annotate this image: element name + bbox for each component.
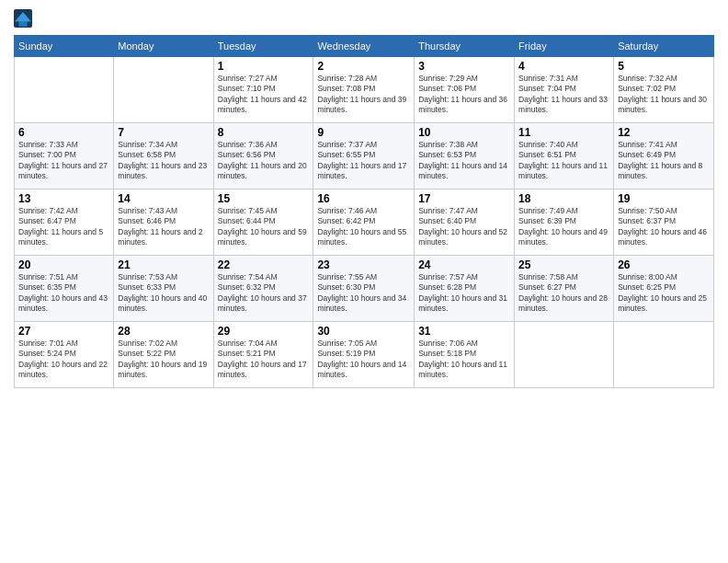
calendar-cell: 10Sunrise: 7:38 AM Sunset: 6:53 PM Dayli… — [415, 123, 515, 190]
cell-info: Sunrise: 7:33 AM Sunset: 7:00 PM Dayligh… — [18, 140, 109, 182]
calendar-cell: 9Sunrise: 7:37 AM Sunset: 6:55 PM Daylig… — [313, 123, 415, 190]
cell-info: Sunrise: 7:27 AM Sunset: 7:10 PM Dayligh… — [218, 74, 310, 116]
calendar-cell — [114, 57, 213, 123]
calendar-cell: 13Sunrise: 7:42 AM Sunset: 6:47 PM Dayli… — [15, 190, 114, 256]
day-number: 20 — [18, 259, 109, 271]
logo-icon — [14, 9, 32, 28]
calendar-cell: 26Sunrise: 8:00 AM Sunset: 6:25 PM Dayli… — [614, 256, 714, 322]
cell-info: Sunrise: 7:51 AM Sunset: 6:35 PM Dayligh… — [18, 272, 109, 315]
calendar-cell — [15, 57, 114, 123]
day-number: 18 — [518, 192, 609, 205]
day-number: 25 — [518, 259, 609, 271]
day-number: 6 — [18, 126, 109, 139]
cell-info: Sunrise: 7:04 AM Sunset: 5:21 PM Dayligh… — [218, 339, 310, 381]
day-number: 17 — [418, 192, 510, 205]
day-number: 4 — [518, 60, 609, 73]
calendar-table: SundayMondayTuesdayWednesdayThursdayFrid… — [14, 35, 714, 388]
day-number: 31 — [418, 325, 510, 338]
calendar-week-row: 6Sunrise: 7:33 AM Sunset: 7:00 PM Daylig… — [15, 123, 714, 190]
header-day: Thursday — [415, 36, 515, 57]
calendar-cell: 24Sunrise: 7:57 AM Sunset: 6:28 PM Dayli… — [415, 256, 515, 322]
header-day: Sunday — [15, 36, 114, 57]
calendar-cell: 19Sunrise: 7:50 AM Sunset: 6:37 PM Dayli… — [614, 190, 714, 256]
day-number: 28 — [118, 325, 209, 338]
day-number: 3 — [418, 60, 510, 73]
calendar-cell: 25Sunrise: 7:58 AM Sunset: 6:27 PM Dayli… — [515, 256, 614, 322]
calendar-cell: 20Sunrise: 7:51 AM Sunset: 6:35 PM Dayli… — [15, 256, 114, 322]
header-row: SundayMondayTuesdayWednesdayThursdayFrid… — [15, 36, 714, 57]
calendar-week-row: 13Sunrise: 7:42 AM Sunset: 6:47 PM Dayli… — [15, 190, 714, 256]
cell-info: Sunrise: 7:02 AM Sunset: 5:22 PM Dayligh… — [118, 339, 209, 381]
calendar-cell: 14Sunrise: 7:43 AM Sunset: 6:46 PM Dayli… — [114, 190, 213, 256]
calendar-cell: 18Sunrise: 7:49 AM Sunset: 6:39 PM Dayli… — [515, 190, 614, 256]
cell-info: Sunrise: 7:34 AM Sunset: 6:58 PM Dayligh… — [118, 140, 209, 182]
calendar-cell: 7Sunrise: 7:34 AM Sunset: 6:58 PM Daylig… — [114, 123, 213, 190]
page-container: SundayMondayTuesdayWednesdayThursdayFrid… — [0, 0, 728, 397]
day-number: 12 — [618, 126, 710, 139]
logo — [14, 9, 34, 28]
calendar-cell: 5Sunrise: 7:32 AM Sunset: 7:02 PM Daylig… — [614, 57, 714, 123]
calendar-cell: 2Sunrise: 7:28 AM Sunset: 7:08 PM Daylig… — [313, 57, 415, 123]
header-day: Monday — [114, 36, 213, 57]
day-number: 7 — [118, 126, 209, 139]
cell-info: Sunrise: 7:42 AM Sunset: 6:47 PM Dayligh… — [18, 206, 109, 248]
cell-info: Sunrise: 7:40 AM Sunset: 6:51 PM Dayligh… — [518, 140, 609, 182]
calendar-cell: 3Sunrise: 7:29 AM Sunset: 7:06 PM Daylig… — [415, 57, 515, 123]
day-number: 24 — [418, 259, 510, 271]
cell-info: Sunrise: 7:49 AM Sunset: 6:39 PM Dayligh… — [518, 206, 609, 248]
calendar-cell: 27Sunrise: 7:01 AM Sunset: 5:24 PM Dayli… — [15, 322, 114, 388]
day-number: 11 — [518, 126, 609, 139]
cell-info: Sunrise: 7:37 AM Sunset: 6:55 PM Dayligh… — [317, 140, 410, 182]
day-number: 27 — [18, 325, 109, 338]
calendar-week-row: 1Sunrise: 7:27 AM Sunset: 7:10 PM Daylig… — [15, 57, 714, 123]
calendar-cell: 29Sunrise: 7:04 AM Sunset: 5:21 PM Dayli… — [213, 322, 313, 388]
cell-info: Sunrise: 7:46 AM Sunset: 6:42 PM Dayligh… — [317, 206, 410, 248]
cell-info: Sunrise: 7:53 AM Sunset: 6:33 PM Dayligh… — [118, 272, 209, 315]
cell-info: Sunrise: 7:45 AM Sunset: 6:44 PM Dayligh… — [218, 206, 310, 248]
day-number: 10 — [418, 126, 510, 139]
calendar-cell: 30Sunrise: 7:05 AM Sunset: 5:19 PM Dayli… — [313, 322, 415, 388]
cell-info: Sunrise: 7:54 AM Sunset: 6:32 PM Dayligh… — [218, 272, 310, 315]
day-number: 16 — [317, 192, 410, 205]
header-day: Tuesday — [213, 36, 313, 57]
day-number: 13 — [18, 192, 109, 205]
header — [14, 9, 714, 28]
header-day: Friday — [515, 36, 614, 57]
cell-info: Sunrise: 7:01 AM Sunset: 5:24 PM Dayligh… — [18, 339, 109, 381]
calendar-cell: 15Sunrise: 7:45 AM Sunset: 6:44 PM Dayli… — [213, 190, 313, 256]
calendar-cell: 22Sunrise: 7:54 AM Sunset: 6:32 PM Dayli… — [213, 256, 313, 322]
day-number: 29 — [218, 325, 310, 338]
day-number: 19 — [618, 192, 710, 205]
calendar-cell: 17Sunrise: 7:47 AM Sunset: 6:40 PM Dayli… — [415, 190, 515, 256]
cell-info: Sunrise: 7:41 AM Sunset: 6:49 PM Dayligh… — [618, 140, 710, 182]
cell-info: Sunrise: 7:31 AM Sunset: 7:04 PM Dayligh… — [518, 74, 609, 116]
cell-info: Sunrise: 7:57 AM Sunset: 6:28 PM Dayligh… — [418, 272, 510, 315]
cell-info: Sunrise: 7:32 AM Sunset: 7:02 PM Dayligh… — [618, 74, 710, 116]
calendar-cell: 21Sunrise: 7:53 AM Sunset: 6:33 PM Dayli… — [114, 256, 213, 322]
calendar-cell: 4Sunrise: 7:31 AM Sunset: 7:04 PM Daylig… — [515, 57, 614, 123]
day-number: 1 — [218, 60, 310, 73]
calendar-cell: 31Sunrise: 7:06 AM Sunset: 5:18 PM Dayli… — [415, 322, 515, 388]
calendar-cell: 11Sunrise: 7:40 AM Sunset: 6:51 PM Dayli… — [515, 123, 614, 190]
cell-info: Sunrise: 7:50 AM Sunset: 6:37 PM Dayligh… — [618, 206, 710, 248]
cell-info: Sunrise: 7:58 AM Sunset: 6:27 PM Dayligh… — [518, 272, 609, 315]
cell-info: Sunrise: 7:29 AM Sunset: 7:06 PM Dayligh… — [418, 74, 510, 116]
day-number: 9 — [317, 126, 410, 139]
cell-info: Sunrise: 8:00 AM Sunset: 6:25 PM Dayligh… — [618, 272, 710, 315]
calendar-cell: 1Sunrise: 7:27 AM Sunset: 7:10 PM Daylig… — [213, 57, 313, 123]
calendar-cell: 16Sunrise: 7:46 AM Sunset: 6:42 PM Dayli… — [313, 190, 415, 256]
day-number: 5 — [618, 60, 710, 73]
calendar-week-row: 20Sunrise: 7:51 AM Sunset: 6:35 PM Dayli… — [15, 256, 714, 322]
calendar-cell: 8Sunrise: 7:36 AM Sunset: 6:56 PM Daylig… — [213, 123, 313, 190]
day-number: 21 — [118, 259, 209, 271]
cell-info: Sunrise: 7:55 AM Sunset: 6:30 PM Dayligh… — [317, 272, 410, 315]
calendar-week-row: 27Sunrise: 7:01 AM Sunset: 5:24 PM Dayli… — [15, 322, 714, 388]
calendar-cell: 12Sunrise: 7:41 AM Sunset: 6:49 PM Dayli… — [614, 123, 714, 190]
calendar-cell: 6Sunrise: 7:33 AM Sunset: 7:00 PM Daylig… — [15, 123, 114, 190]
day-number: 23 — [317, 259, 410, 271]
day-number: 2 — [317, 60, 410, 73]
day-number: 22 — [218, 259, 310, 271]
calendar-cell: 23Sunrise: 7:55 AM Sunset: 6:30 PM Dayli… — [313, 256, 415, 322]
cell-info: Sunrise: 7:28 AM Sunset: 7:08 PM Dayligh… — [317, 74, 410, 116]
cell-info: Sunrise: 7:05 AM Sunset: 5:19 PM Dayligh… — [317, 339, 410, 381]
